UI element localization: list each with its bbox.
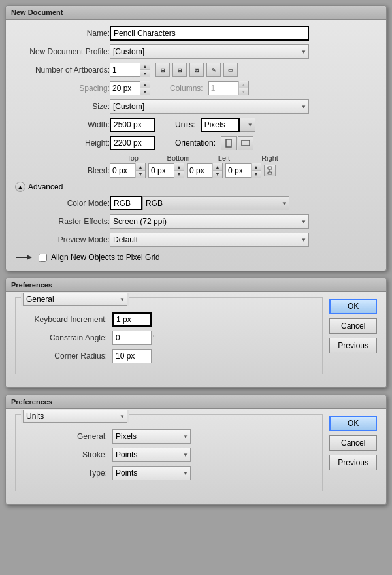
portrait-button[interactable] [221,136,237,150]
units-input[interactable] [201,118,240,132]
prefs-general-ok-button[interactable]: OK [329,299,377,314]
units-stroke-row: Stroke: Points Pixels Inches [22,448,316,462]
units-general-select[interactable]: Pixels Points Inches [112,429,191,444]
artboards-up[interactable]: ▲ [140,63,150,70]
width-input[interactable] [110,118,155,132]
angle-input-group: ° [112,331,156,345]
svg-marker-6 [27,255,32,260]
profile-select[interactable]: [Custom] [110,44,309,59]
artboards-input[interactable] [110,63,140,76]
radius-label: Corner Radius: [22,352,107,361]
color-mode-select[interactable]: RGB CMYK [142,196,289,210]
artboards-spinner: ▲ ▼ [110,63,150,77]
name-row: Name: [15,26,377,41]
units-select[interactable]: Pixels Points Inches [240,118,255,132]
raster-row: Raster Effects: Screen (72 ppi) Medium (… [15,214,377,229]
bleed-top-input[interactable] [110,164,135,177]
artboard-grid-icon[interactable]: ⊞ [155,63,170,77]
general-group: General Units Keyboard Increment: Const [15,297,323,374]
prefs-units-body: Units General General: Pixels Points [15,414,377,497]
name-input[interactable] [110,26,309,41]
bleed-right-down[interactable]: ▼ [252,171,261,178]
bleed-left-btns: ▲ ▼ [212,163,222,178]
orientation-label: Orientation: [175,139,216,148]
svg-rect-3 [268,172,272,174]
units-label: Units: [175,120,195,129]
prefs-units-buttons: OK Cancel Previous [329,414,377,497]
advanced-header[interactable]: ▲ Advanced [15,182,377,192]
artboard-col-icon[interactable]: ⊠ [189,63,204,77]
name-label: Name: [15,29,110,38]
spacing-up[interactable]: ▲ [140,81,150,88]
columns-down[interactable]: ▼ [239,88,248,95]
bleed-link-icon[interactable] [264,165,276,176]
prefs-general-cancel-button[interactable]: Cancel [329,318,377,334]
keyboard-input[interactable] [112,312,152,327]
units-stroke-select[interactable]: Points Pixels Inches [112,448,191,462]
size-row: Size: [Custom] [15,99,377,114]
align-row: Align New Objects to Pixel Grid [15,252,377,263]
general-section-select[interactable]: General Units [23,293,127,306]
units-group-title: Units General [21,410,129,423]
bleed-bottom-up[interactable]: ▲ [174,163,184,171]
preferences-general-title: Preferences [11,281,52,289]
bleed-bottom-input[interactable] [149,164,174,177]
profile-select-wrapper: [Custom] [110,44,309,59]
spacing-spinner: ▲ ▼ [110,81,150,95]
spacing-input[interactable] [110,82,140,95]
width-units-row: Width: Units: Pixels Points Inches [15,118,377,132]
landscape-button[interactable] [238,136,253,150]
units-stroke-label: Stroke: [22,450,107,459]
artboard-icons: ⊞ ⊟ ⊠ ✎ ▭ [155,63,238,77]
bleed-left-down[interactable]: ▼ [213,171,222,178]
preview-select-wrapper: Default Pixel Overprint [110,233,309,247]
bleed-top-up[interactable]: ▲ [136,163,145,171]
size-select[interactable]: [Custom] [110,99,309,114]
spacing-down[interactable]: ▼ [140,88,150,95]
angle-input[interactable] [112,331,152,345]
preview-select[interactable]: Default Pixel Overprint [110,233,309,247]
artboard-remove-icon[interactable]: ▭ [223,63,238,77]
artboard-row-icon[interactable]: ⊟ [172,63,187,77]
bleed-left-spinner: ▲ ▼ [187,163,223,178]
units-type-row: Type: Points Pixels Inches [22,466,316,480]
advanced-label: Advanced [28,182,63,191]
bleed-bottom-down[interactable]: ▼ [174,171,184,178]
preferences-general-titlebar: Preferences [6,278,386,292]
raster-label: Raster Effects: [15,217,110,226]
columns-up[interactable]: ▲ [239,81,248,88]
bleed-left-label: Left [201,154,247,162]
preferences-units-title: Preferences [11,398,52,406]
bleed-right-up[interactable]: ▲ [252,163,261,171]
prefs-units-previous-button[interactable]: Previous [329,455,377,470]
units-group: Units General General: Pixels Points [15,414,323,491]
radius-input[interactable] [112,349,152,363]
bleed-left-input[interactable] [188,164,212,177]
units-type-select[interactable]: Points Pixels Inches [112,466,191,480]
bleed-top-down[interactable]: ▼ [136,171,145,178]
bleed-bottom-spinner: ▲ ▼ [148,163,184,178]
angle-row: Constrain Angle: ° [22,331,316,345]
prefs-general-previous-button[interactable]: Previous [329,338,377,353]
columns-input[interactable] [209,82,238,95]
color-mode-input[interactable] [110,196,142,210]
raster-select[interactable]: Screen (72 ppi) Medium (150 ppi) High (3… [110,214,309,229]
height-input[interactable] [110,136,155,150]
prefs-units-cancel-button[interactable]: Cancel [329,435,377,451]
units-type-select-wrapper: Points Pixels Inches [112,466,191,480]
units-section-select[interactable]: Units General [23,410,127,423]
color-mode-row: Color Mode: RGB CMYK [15,196,377,210]
bleed-right-input[interactable] [226,164,251,177]
bleed-top-spinner: ▲ ▼ [110,163,146,178]
bleed-right-spinner: ▲ ▼ [225,163,261,178]
bleed-label: Bleed: [15,166,110,175]
bleed-left-up[interactable]: ▲ [213,163,222,171]
portrait-icon [225,139,233,148]
align-checkbox[interactable] [39,254,47,262]
color-mode-select-wrapper: RGB CMYK [142,196,289,210]
artboard-edit-icon[interactable]: ✎ [206,63,221,77]
svg-rect-0 [226,139,231,147]
preferences-units-dialog: Preferences Units General [5,395,387,505]
artboards-down[interactable]: ▼ [140,70,150,77]
prefs-units-ok-button[interactable]: OK [329,416,377,431]
